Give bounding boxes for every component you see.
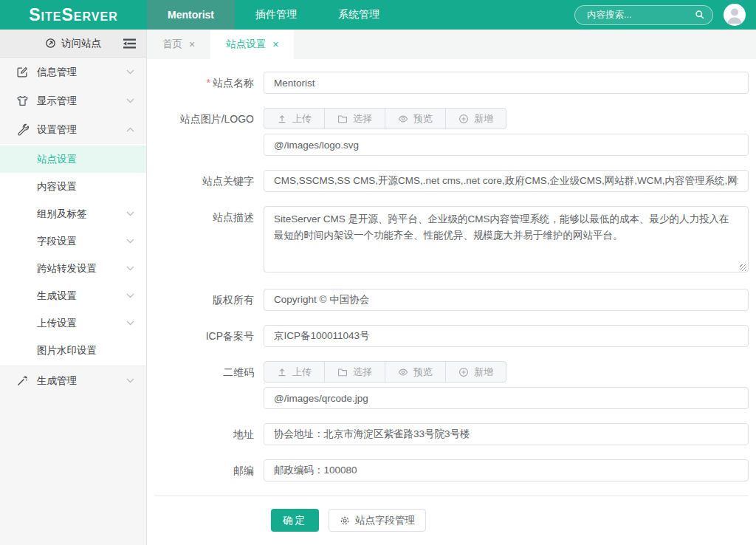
folder-icon <box>337 114 348 124</box>
qrcode-upload-button-group: 上传 选择 预览 新增 <box>264 361 506 383</box>
field-qrcode: 二维码 上传 选择 预览 <box>147 361 756 409</box>
search-icon[interactable] <box>695 10 705 20</box>
qrcode-path-input[interactable] <box>264 387 749 409</box>
chevron-down-icon <box>126 266 134 271</box>
gear-icon <box>340 515 350 526</box>
folder-icon <box>337 367 348 377</box>
app-header: SiteServer Mentorist 插件管理 系统管理 <box>0 0 756 30</box>
choose-button[interactable]: 选择 <box>325 362 385 382</box>
eye-icon <box>398 114 408 124</box>
confirm-button[interactable]: 确定 <box>271 509 319 532</box>
required-asterisk: * <box>207 77 210 89</box>
sidebar: 访问站点 信息管理 <box>0 30 147 545</box>
chevron-down-icon <box>126 211 134 216</box>
sidebar-item-upload-settings[interactable]: 上传设置 <box>0 309 146 337</box>
header-right <box>574 0 756 30</box>
visit-site-icon <box>45 38 56 49</box>
sidebar-item-generate-management[interactable]: 生成管理 <box>0 366 146 395</box>
sidebar-menu: 信息管理 显示管理 设置管理 <box>0 58 146 545</box>
field-site-logo: 站点图片/LOGO 上传 选择 预览 <box>147 108 756 156</box>
resize-handle[interactable] <box>740 264 746 271</box>
upload-button[interactable]: 上传 <box>264 362 325 382</box>
site-settings-form: *站点名称 站点图片/LOGO 上传 <box>147 59 756 545</box>
field-zipcode: 邮编 <box>147 459 756 481</box>
upload-icon <box>277 114 287 124</box>
sidebar-item-watermark-settings[interactable]: 图片水印设置 <box>0 337 146 364</box>
site-logo-path-input[interactable] <box>264 134 749 156</box>
tab-site-settings[interactable]: 站点设置 × <box>210 30 294 59</box>
site-fields-manage-button[interactable]: 站点字段管理 <box>329 509 426 532</box>
nav-item-system[interactable]: 系统管理 <box>317 0 400 30</box>
chevron-down-icon <box>126 239 134 244</box>
chevron-down-icon <box>126 98 134 103</box>
icp-input[interactable] <box>264 325 749 347</box>
form-footer: 确定 站点字段管理 <box>154 496 749 532</box>
site-name-input[interactable] <box>264 72 749 94</box>
preview-button[interactable]: 预览 <box>385 109 446 128</box>
preview-button[interactable]: 预览 <box>385 362 446 382</box>
tab-bar: 首页 × 站点设置 × <box>147 30 756 59</box>
field-copyright: 版权所有 <box>147 289 756 311</box>
sidebar-item-groups-tags[interactable]: 组别及标签 <box>0 200 146 227</box>
main-area: 首页 × 站点设置 × *站点名称 站点图片/LOGO <box>147 30 756 545</box>
field-icp: ICP备案号 <box>147 325 756 347</box>
edit-icon <box>16 66 29 78</box>
sidebar-item-display-management[interactable]: 显示管理 <box>0 86 146 115</box>
address-input[interactable] <box>264 423 749 445</box>
app-logo: SiteServer <box>0 0 147 30</box>
wand-icon <box>16 374 29 387</box>
chevron-down-icon <box>126 293 134 298</box>
upload-button[interactable]: 上传 <box>264 109 325 128</box>
plus-circle-icon <box>458 114 469 124</box>
close-icon[interactable]: × <box>272 39 278 49</box>
search-input[interactable] <box>574 5 713 25</box>
collapse-menu-icon[interactable] <box>123 38 137 49</box>
settings-submenu: 站点设置 内容设置 组别及标签 字段设置 <box>0 144 146 366</box>
chevron-down-icon <box>126 69 134 75</box>
sidebar-item-site-settings[interactable]: 站点设置 <box>0 145 146 173</box>
sidebar-item-content-settings[interactable]: 内容设置 <box>0 173 146 200</box>
sidebar-item-generate-settings[interactable]: 生成设置 <box>0 282 146 309</box>
logo-upload-button-group: 上传 选择 预览 新增 <box>264 108 506 129</box>
sidebar-item-settings-management[interactable]: 设置管理 <box>0 115 146 144</box>
field-site-name: *站点名称 <box>147 72 756 94</box>
add-button[interactable]: 新增 <box>446 109 506 128</box>
chevron-up-icon <box>126 127 134 132</box>
close-icon[interactable]: × <box>189 39 195 49</box>
copyright-input[interactable] <box>264 289 749 311</box>
tshirt-icon <box>16 95 29 107</box>
site-keywords-input[interactable] <box>264 170 749 192</box>
chevron-down-icon <box>126 378 134 383</box>
content-search <box>574 5 713 25</box>
upload-icon <box>277 367 287 377</box>
nav-item-site[interactable]: Mentorist <box>147 0 235 30</box>
user-icon <box>724 4 746 26</box>
tab-home[interactable]: 首页 × <box>147 30 210 59</box>
field-site-keywords: 站点关键字 <box>147 170 756 192</box>
choose-button[interactable]: 选择 <box>325 109 385 128</box>
zipcode-input[interactable] <box>264 459 749 481</box>
field-address: 地址 <box>147 423 756 445</box>
add-button[interactable]: 新增 <box>446 362 506 382</box>
wrench-icon <box>16 123 29 136</box>
sidebar-item-field-settings[interactable]: 字段设置 <box>0 227 146 255</box>
avatar[interactable] <box>724 4 746 26</box>
nav-item-plugins[interactable]: 插件管理 <box>235 0 317 30</box>
field-site-description: 站点描述 SiteServer CMS 是开源、跨平台、企业级的CMS内容管理系… <box>147 206 756 275</box>
site-description-textarea[interactable]: SiteServer CMS 是开源、跨平台、企业级的CMS内容管理系统，能够以… <box>264 206 749 272</box>
top-navigation: Mentorist 插件管理 系统管理 <box>147 0 400 30</box>
plus-circle-icon <box>458 367 469 377</box>
eye-icon <box>398 367 408 377</box>
visit-site-button[interactable]: 访问站点 <box>0 30 146 58</box>
sidebar-item-cross-site-forward[interactable]: 跨站转发设置 <box>0 255 146 282</box>
sidebar-item-info-management[interactable]: 信息管理 <box>0 58 146 86</box>
chevron-down-icon <box>126 321 134 326</box>
